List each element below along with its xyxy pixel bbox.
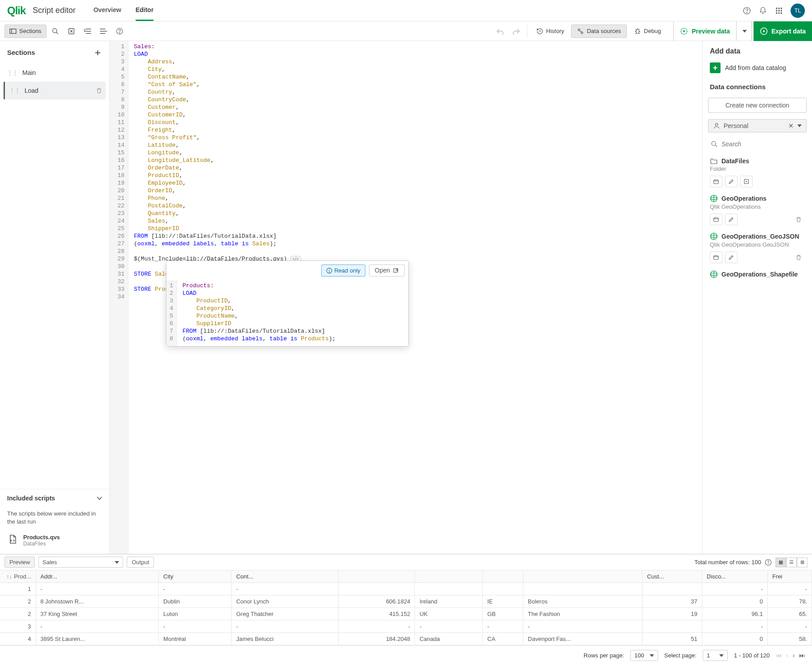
info-icon[interactable]: [765, 559, 772, 566]
outdent-icon[interactable]: [96, 24, 111, 38]
section-item-load[interactable]: ⋮⋮ Load: [4, 82, 106, 99]
data-sources-button[interactable]: Data sources: [571, 25, 627, 38]
table-cell: -: [232, 620, 338, 633]
column-header[interactable]: Frei: [767, 570, 812, 583]
debug-label: Debug: [644, 28, 661, 34]
conn-delete-icon[interactable]: [792, 214, 805, 225]
search-icon[interactable]: [48, 24, 62, 38]
column-header[interactable]: [415, 570, 483, 583]
tab-overview[interactable]: Overview: [93, 0, 121, 21]
table-cell: [642, 583, 702, 595]
conn-edit-icon[interactable]: [725, 176, 737, 187]
conn-edit-icon[interactable]: [725, 252, 737, 263]
table-cell: 184.2048: [338, 633, 415, 645]
table-cell: [642, 620, 702, 633]
column-header[interactable]: [523, 570, 642, 583]
prev-page-icon[interactable]: ‹: [786, 652, 788, 659]
connection-item[interactable]: GeoOperations_Shapefile: [703, 266, 812, 281]
table-row[interactable]: 43895 St Lauren...MontréalJames Belucci1…: [0, 633, 812, 645]
svg-rect-8: [776, 12, 777, 13]
delete-section-icon[interactable]: [96, 87, 102, 94]
create-connection-button[interactable]: Create new connection: [708, 98, 807, 113]
clear-icon[interactable]: ✕: [788, 122, 794, 129]
indent-icon[interactable]: [80, 24, 95, 38]
last-page-icon[interactable]: ⏭: [799, 652, 805, 659]
conn-insert-icon[interactable]: [740, 176, 753, 187]
included-file[interactable]: Products.qvs DataFiles: [0, 531, 109, 554]
search-input[interactable]: [721, 140, 804, 148]
column-header[interactable]: [338, 570, 415, 583]
add-from-catalog-button[interactable]: + Add from data catalog: [703, 59, 812, 77]
view-list-icon[interactable]: ☰: [786, 558, 797, 567]
apps-icon[interactable]: [775, 6, 783, 15]
table-cell: James Belucci: [232, 633, 338, 645]
connection-item[interactable]: DataFiles Folder: [703, 153, 812, 190]
conn-delete-icon[interactable]: [792, 252, 805, 263]
first-page-icon[interactable]: ⏮: [776, 652, 782, 659]
column-header[interactable]: Addr...: [36, 570, 159, 583]
table-cell: -: [159, 583, 232, 595]
conn-select-icon[interactable]: [710, 252, 722, 263]
select-page-label: Select page:: [664, 652, 696, 659]
help2-icon[interactable]: [112, 24, 127, 38]
column-header[interactable]: City: [159, 570, 232, 583]
output-tab[interactable]: Output: [127, 557, 154, 568]
conn-select-icon[interactable]: [710, 176, 722, 187]
column-header[interactable]: [483, 570, 523, 583]
connection-item[interactable]: GeoOperations Qlik GeoOperations: [703, 190, 812, 228]
view-grid-icon[interactable]: ⊞: [797, 558, 808, 567]
tab-editor[interactable]: Editor: [136, 0, 153, 21]
sections-button[interactable]: Sections: [4, 25, 46, 38]
redo-icon[interactable]: [509, 24, 523, 38]
chevron-down-icon[interactable]: [97, 496, 102, 500]
table-row[interactable]: 237 King StreetLutonGreg Thatcher415.152…: [0, 608, 812, 620]
add-section-icon[interactable]: ＋: [93, 46, 102, 58]
svg-rect-9: [779, 12, 780, 13]
history-button[interactable]: History: [531, 25, 569, 38]
conn-select-icon[interactable]: [710, 214, 722, 225]
svg-rect-10: [781, 12, 782, 13]
included-script-popup: Read only Open 12345678 Products:LOAD Pr…: [166, 260, 409, 347]
left-panel: Sections ＋ ⋮⋮ Main ⋮⋮ Load Included scri…: [0, 41, 110, 554]
space-selector[interactable]: Personal ✕: [708, 119, 807, 132]
table-row[interactable]: 28 Johnstown R...DublinConor Lynch606.18…: [0, 595, 812, 608]
connection-item[interactable]: GeoOperations_GeoJSON Qlik GeoOperations…: [703, 228, 812, 266]
svg-rect-2: [776, 8, 777, 9]
bell-icon[interactable]: [758, 6, 767, 15]
column-header[interactable]: ↑↓Prod...: [0, 570, 36, 583]
undo-icon[interactable]: [493, 24, 507, 38]
table-cell: CA: [483, 633, 523, 645]
view-table-icon[interactable]: ▦: [775, 558, 786, 567]
connection-search[interactable]: [708, 139, 807, 149]
open-script-button[interactable]: Open: [369, 264, 405, 277]
column-header[interactable]: Cust...: [642, 570, 702, 583]
connections-header: Data connections: [703, 77, 812, 94]
chevron-down-icon[interactable]: [797, 124, 802, 127]
preview-tab[interactable]: Preview: [4, 557, 35, 568]
section-label: Load: [25, 87, 38, 94]
avatar[interactable]: TL: [791, 4, 805, 18]
column-header[interactable]: Cont...: [232, 570, 338, 583]
table-cell: -: [338, 620, 415, 633]
table-row[interactable]: 1-----: [0, 583, 812, 595]
page-select[interactable]: 1: [703, 650, 728, 661]
export-data-button[interactable]: Export data: [754, 21, 812, 41]
table-cell: 0: [702, 633, 768, 645]
svg-point-53: [768, 561, 768, 561]
section-item-main[interactable]: ⋮⋮ Main: [4, 64, 106, 82]
popup-gutter: 12345678: [166, 280, 177, 346]
help-icon[interactable]: [742, 6, 751, 15]
next-page-icon[interactable]: ›: [793, 652, 795, 659]
preview-dropdown[interactable]: [738, 21, 752, 41]
rows-per-page-select[interactable]: 100: [630, 650, 658, 661]
conn-edit-icon[interactable]: [725, 214, 737, 225]
column-header[interactable]: Disco...: [702, 570, 768, 583]
table-cell: 0: [702, 595, 768, 608]
sort-icon[interactable]: ↑↓: [6, 573, 12, 580]
table-select[interactable]: Sales: [38, 557, 123, 568]
table-row[interactable]: 3---------: [0, 620, 812, 633]
preview-data-button[interactable]: Preview data: [673, 21, 737, 41]
editor-area: 1234567891011121314151617181920212223242…: [110, 41, 702, 554]
debug-button[interactable]: Debug: [629, 25, 666, 38]
comment-icon[interactable]: [64, 24, 79, 38]
